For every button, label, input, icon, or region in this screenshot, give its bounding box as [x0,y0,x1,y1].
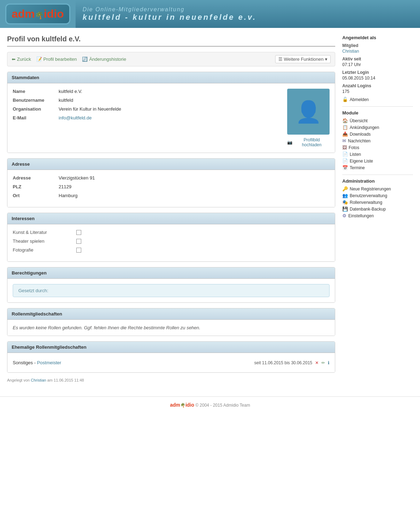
termine-link[interactable]: Termine [350,165,365,170]
city-row: Ort Hamburg [13,193,330,198]
admin-title: Administration [342,178,413,184]
einstellungen-link[interactable]: Einstellungen [348,213,374,218]
datenbank-link[interactable]: Datenbank-Backup [350,207,386,212]
interesse-checkbox-0[interactable] [76,230,81,235]
listen-link[interactable]: Listen [350,152,361,157]
mitglied-label: Mitglied [342,43,413,48]
content-area: Profil von kultfeld e.V. ⬅ Zurück 📝 Prof… [7,35,335,382]
toolbar: ⬅ Zurück 📝 Profil bearbeiten 🔄 Änderungs… [7,52,335,66]
back-icon: ⬅ [12,57,16,62]
email-label: E-Mail [13,115,59,120]
page-title: Profil von kultfeld e.V. [7,35,335,47]
author-link[interactable]: Christian [31,378,46,382]
sidebar-item-fotos[interactable]: 🖼 Fotos [342,144,413,151]
info-role-icon[interactable]: ℹ [328,360,330,365]
ankundigungen-link[interactable]: Ankündigungen [350,125,379,130]
sidebar-item-nachrichten[interactable]: ✉ Nachrichten [342,137,413,144]
org-value: Verein für Kultur in Neuenfelde [59,106,121,112]
upload-icon: 📷 [287,140,292,145]
delete-role-icon[interactable]: ✕ [315,360,319,365]
edit-role-icon[interactable]: ✏ [321,360,325,365]
ubersicht-link[interactable]: Übersicht [350,118,368,123]
edit-icon: 📝 [36,57,42,62]
benutzerverwaltung-link[interactable]: Benutzerverwaltung [350,193,387,198]
profile-fields: Name kultfeld e.V. Benutzername kultfeld… [13,89,280,147]
sidebar-item-downloads[interactable]: 📥 Downloads [342,131,413,137]
org-label: Organisation [13,106,59,112]
email-value: info@kultfeld.de [59,115,91,120]
interesse-checkbox-2[interactable] [76,248,81,253]
street-value: Vierzigstücken 91 [59,175,95,181]
profile-table: Name kultfeld e.V. Benutzername kultfeld… [13,89,330,147]
rollen-header: Rollenmitgliedschaften [7,308,335,320]
adresse-body: Adresse Vierzigstücken 91 PLZ 21129 Ort … [7,170,335,207]
gesetzt-durch-box: Gesetzt durch: [13,284,330,297]
abmelden-item[interactable]: 🔓 Abmelden [342,96,413,103]
interesse-label-2: Fotografie [13,247,76,253]
rollenverwaltung-link[interactable]: Rollenverwaltung [350,200,382,205]
reg-icon: 🔑 [342,186,348,191]
street-label: Adresse [13,175,59,181]
sidebar-item-registrierungen[interactable]: 🔑 Neue Registrierungen [342,185,413,192]
home-icon: 🏠 [342,118,348,123]
back-button[interactable]: ⬅ Zurück [12,57,31,62]
mitglied-link[interactable]: Christian [342,49,359,54]
module-title: Module [342,110,413,116]
abmelden-link[interactable]: Abmelden [350,97,369,102]
sidebar-divider-1 [342,106,413,107]
sidebar-item-listen[interactable]: 📄 Listen [342,151,413,158]
name-label: Name [13,89,59,94]
upload-photo-link[interactable]: 📷 Profilbild hochladen [287,137,330,147]
footer-logo: adm🌴idio [170,403,195,408]
sidebar-item-datenbank[interactable]: 💾 Datenbank-Backup [342,206,413,212]
sidebar-item-rollenverwaltung[interactable]: 🎭 Rollenverwaltung [342,199,413,206]
eigene-liste-link[interactable]: Eigene Liste [350,159,373,164]
header-tagline: Die Online-Mitgliederverwaltung [83,6,413,13]
sidebar-item-einstellungen[interactable]: ⚙ Einstellungen [342,212,413,219]
edit-profile-button[interactable]: 📝 Profil bearbeiten [36,57,77,62]
street-row: Adresse Vierzigstücken 91 [13,175,330,181]
ehemalige-header: Ehemalige Rollenmitgliedschaften [7,342,335,353]
db-icon: 💾 [342,206,348,212]
footer-copyright: © 2004 - 2015 Admidio Team [195,403,250,408]
logo-text: adm🌴idio [12,7,64,20]
history-button[interactable]: 🔄 Änderungshistorie [82,57,126,62]
announce-icon: 📋 [342,125,348,130]
downloads-link[interactable]: Downloads [350,132,371,137]
menu-icon: ☰ [278,57,283,62]
site-header: adm🌴idio Die Online-Mitgliederverwaltung… [0,0,420,28]
letzter-login-value: 05.08.2015 10:14 [342,76,413,81]
gesetzt-durch-text: Gesetzt durch: [18,288,48,293]
more-functions-button[interactable]: ☰ Weitere Funktionen ▾ [275,55,331,63]
zip-row: PLZ 21129 [13,184,330,189]
sidebar-item-ankundigungen[interactable]: 📋 Ankündigungen [342,124,413,131]
logo-box: adm🌴idio [5,4,70,24]
sidebar-item-termine[interactable]: 📅 Termine [342,164,413,171]
city-label: Ort [13,193,59,198]
berechtigungen-section: Berechtigungen Gesetzt durch: [7,267,335,303]
email-link[interactable]: info@kultfeld.de [59,115,91,120]
role-link[interactable]: Postmeister [37,360,61,365]
sidebar-item-eigene-liste[interactable]: 📄 Eigene Liste [342,158,413,164]
ehemalige-section: Ehemalige Rollenmitgliedschaften Sonstig… [7,341,335,373]
interesse-label-0: Kunst & Literatur [13,230,76,235]
message-icon: ✉ [342,138,346,143]
role-category: Sonstiges [13,360,33,365]
fotos-link[interactable]: Fotos [349,145,359,150]
rollen-body: Es wurden keine Rollen gefunden. Ggf. fe… [7,320,335,336]
sidebar-item-benutzerverwaltung[interactable]: 👥 Benutzerverwaltung [342,192,413,199]
mitglied-value: Christian [342,49,413,54]
avatar-placeholder: 👤 [287,89,330,135]
nachrichten-link[interactable]: Nachrichten [348,138,371,143]
anzahl-logins-value: 175 [342,89,413,94]
rollen-section: Rollenmitgliedschaften Es wurden keine R… [7,308,335,336]
sidebar-divider-2 [342,175,413,175]
registrierungen-link[interactable]: Neue Registrierungen [350,187,391,191]
username-row: Benutzername kultfeld [13,98,280,103]
interesse-checkbox-1[interactable] [76,239,81,244]
username-value: kultfeld [59,98,73,103]
aktiv-seit-label: Aktiv seit [342,57,413,61]
main-container: Profil von kultfeld e.V. ⬅ Zurück 📝 Prof… [0,28,420,389]
profile-photo-area: 👤 📷 Profilbild hochladen [287,89,330,147]
sidebar-item-ubersicht[interactable]: 🏠 Übersicht [342,117,413,124]
